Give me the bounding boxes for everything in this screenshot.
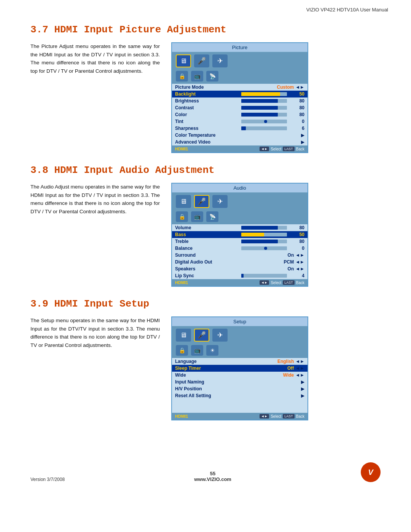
setup-last-btn: LAST xyxy=(283,414,295,419)
setup-icon-small2: 📺 xyxy=(191,345,203,356)
picture-nav-btn: ◄► xyxy=(260,147,269,151)
picture-icons-row2: 🔒 📺 📡 xyxy=(172,70,307,84)
picture-mode-arrow: ◄► xyxy=(295,85,304,90)
audio-back-label: Back xyxy=(296,281,304,285)
audio-footer-nav: ◄► Select LAST Back xyxy=(260,280,304,285)
digital-audio-arrow: ◄► xyxy=(295,259,304,265)
balance-bar xyxy=(241,246,287,250)
surround-value: On xyxy=(279,252,294,258)
treble-bar-fill xyxy=(241,240,278,243)
picture-icon-small3: 📡 xyxy=(206,71,218,81)
audio-icon-small3: 📡 xyxy=(206,211,218,222)
volume-label: Volume xyxy=(175,225,239,230)
lip-sync-label: Lip Sync xyxy=(175,273,239,278)
input-naming-arrow: ▶ xyxy=(301,379,304,385)
website-url: www.VIZIO.com xyxy=(194,476,231,482)
color-bar-fill xyxy=(241,113,278,117)
sleep-timer-label: Sleep Timer xyxy=(175,366,227,371)
setup-icons-row2: 🔒 📺 ☀ xyxy=(172,344,307,358)
backlight-row: Backlight 50 xyxy=(172,91,307,97)
picture-back-label: Back xyxy=(296,147,304,151)
tint-row: Tint 0 xyxy=(172,118,307,125)
picture-mode-row: Picture Mode Custom ◄► xyxy=(172,84,307,91)
section-38-row: The Audio Adjust menu operates in the sa… xyxy=(30,183,381,287)
spacer-row1 xyxy=(172,399,307,406)
sharpness-value: 6 xyxy=(289,126,304,131)
section-38-title: 3.8 HDMI Input Audio Adjustment xyxy=(30,165,381,176)
audio-last-btn: LAST xyxy=(283,280,295,285)
setup-icon-setup: ✈ xyxy=(212,329,228,342)
setup-menu-title: Setup xyxy=(172,317,307,326)
volume-bar xyxy=(241,226,287,230)
audio-menu-title: Audio xyxy=(172,184,307,193)
audio-menu-footer: HDMI1 ◄► Select LAST Back xyxy=(172,279,307,286)
lip-sync-bar xyxy=(241,274,287,278)
sharpness-bar-fill xyxy=(241,126,246,130)
picture-footer-nav: ◄► Select LAST Back xyxy=(260,147,304,151)
section-37-image: Picture 🖥 🎤 ✈ 🔒 📺 📡 Picture Mode Custom xyxy=(171,42,381,153)
volume-value: 80 xyxy=(289,225,304,230)
input-naming-row: Input Naming ▶ xyxy=(172,379,307,385)
picture-menu-body: Picture Mode Custom ◄► Backlight 50 xyxy=(172,84,307,145)
input-naming-label: Input Naming xyxy=(175,379,238,385)
volume-row: Volume 80 xyxy=(172,224,307,231)
setup-menu-body: Language English ◄► Sleep Timer Off ◄► xyxy=(172,358,307,413)
section-39-row: The Setup menu operates in the same way … xyxy=(30,316,381,420)
section-37-row: The Picture Adjust menu operates in the … xyxy=(30,42,381,153)
brightness-bar-fill xyxy=(241,99,278,103)
contrast-value: 80 xyxy=(289,105,304,110)
treble-label: Treble xyxy=(175,239,239,244)
brightness-bar xyxy=(241,99,287,103)
bass-value: 50 xyxy=(289,232,304,237)
backlight-bar xyxy=(241,92,287,96)
hv-position-arrow: ▶ xyxy=(301,386,304,391)
language-label: Language xyxy=(175,359,226,364)
brightness-row: Brightness 80 xyxy=(172,97,307,104)
wide-label: Wide xyxy=(175,372,229,378)
spacer-row2 xyxy=(172,406,307,413)
audio-icon-setup: ✈ xyxy=(212,195,228,208)
setup-icon-small3: ☀ xyxy=(206,345,218,356)
reset-all-row: Reset All Setting ▶ xyxy=(172,392,307,399)
balance-value: 0 xyxy=(289,246,304,251)
picture-icon-mic: 🎤 xyxy=(194,54,209,67)
section-37-title: 3.7 HDMI Input Picture Adjustment xyxy=(30,24,381,35)
wide-row: Wide Wide ◄► xyxy=(172,372,307,379)
setup-menu-box: Setup 🖥 🎤 ✈ 🔒 📺 ☀ Language Engl xyxy=(171,316,308,420)
contrast-bar xyxy=(241,106,287,110)
color-row: Color 80 xyxy=(172,111,307,118)
tint-bar xyxy=(241,120,287,123)
treble-row: Treble 80 xyxy=(172,238,307,245)
bass-label: Bass xyxy=(175,232,239,237)
language-row: Language English ◄► xyxy=(172,358,307,365)
wide-value: Wide xyxy=(283,372,294,378)
picture-icon-setup: ✈ xyxy=(212,54,228,67)
backlight-label: Backlight xyxy=(175,91,239,97)
surround-arrow: ◄► xyxy=(295,252,304,258)
backlight-bar-fill xyxy=(241,92,280,96)
balance-label: Balance xyxy=(175,246,239,251)
speakers-arrow: ◄► xyxy=(295,266,304,272)
reset-all-arrow: ▶ xyxy=(301,393,304,398)
lip-sync-bar-fill xyxy=(241,274,244,278)
picture-icon-small1: 🔒 xyxy=(176,71,188,81)
brightness-value: 80 xyxy=(289,98,304,104)
reset-all-label: Reset All Setting xyxy=(175,393,238,398)
bass-bar xyxy=(241,233,287,236)
audio-select-label: Select xyxy=(271,281,281,285)
surround-label: Surround xyxy=(175,252,227,258)
advanced-video-row: Advanced Video ▶ xyxy=(172,139,307,145)
setup-nav-btn: ◄► xyxy=(260,414,269,419)
bass-bar-fill xyxy=(241,233,264,236)
audio-icon-small1: 🔒 xyxy=(176,211,188,222)
setup-icon-mic: 🎤 xyxy=(194,329,209,342)
color-bar xyxy=(241,113,287,117)
lip-sync-row: Lip Sync 4 xyxy=(172,272,307,279)
setup-footer-source: HDMI1 xyxy=(175,414,188,419)
treble-value: 80 xyxy=(289,239,304,244)
color-value: 80 xyxy=(289,112,304,117)
picture-icon-small2: 📺 xyxy=(191,71,203,81)
color-temp-arrow: ▶ xyxy=(301,133,304,138)
picture-menu-footer: HDMI1 ◄► Select LAST Back xyxy=(172,145,307,152)
setup-footer-nav: ◄► Select LAST Back xyxy=(260,414,304,419)
